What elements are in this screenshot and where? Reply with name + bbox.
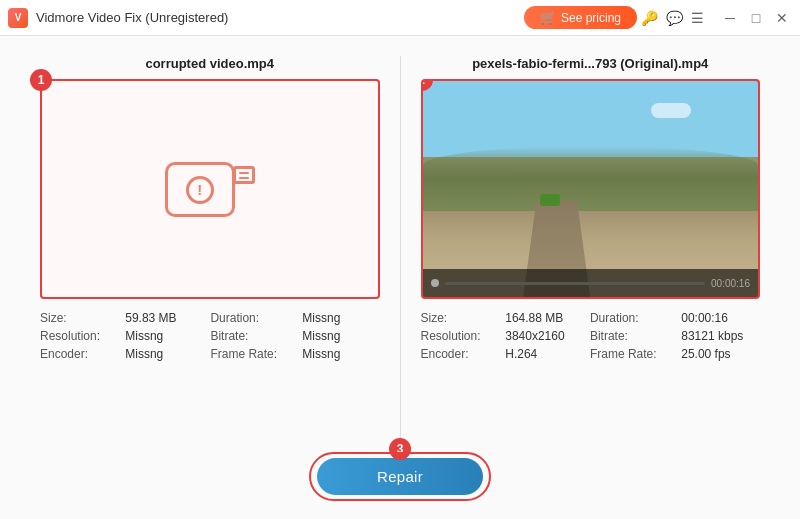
right-duration-label: Duration: — [590, 311, 673, 325]
camera-body: ! — [165, 162, 235, 217]
video-overlay: 00:00:16 — [423, 269, 759, 297]
chat-icon[interactable]: 💬 — [666, 10, 683, 26]
bottom-section: 3 Repair — [40, 442, 760, 503]
right-video-panel: pexels-fabio-fermi...793 (Original).mp4 … — [421, 56, 761, 442]
title-bar: V Vidmore Video Fix (Unregistered) 🛒 See… — [0, 0, 800, 36]
window-controls: ─ □ ✕ — [720, 8, 792, 28]
app-title: Vidmore Video Fix (Unregistered) — [36, 10, 228, 25]
left-resolution-label: Resolution: — [40, 329, 117, 343]
right-resolution-label: Resolution: — [421, 329, 498, 343]
right-panel-title: pexels-fabio-fermi...793 (Original).mp4 — [421, 56, 761, 71]
left-size-label: Size: — [40, 311, 117, 325]
panel-divider — [400, 56, 401, 442]
left-duration-value: Missng — [302, 311, 379, 325]
camera-lens: ! — [186, 176, 214, 204]
title-bar-left: V Vidmore Video Fix (Unregistered) — [8, 8, 228, 28]
right-size-label: Size: — [421, 311, 498, 325]
sample-video-box[interactable]: 2 00:00:16 — [421, 79, 761, 299]
pricing-label: See pricing — [561, 11, 621, 25]
camera-icon-wrap: ! — [165, 154, 255, 224]
repair-button-wrap: 3 Repair — [317, 458, 483, 495]
progress-bar — [445, 282, 706, 285]
left-info-grid: Size: 59.83 MB Duration: Missng Resoluti… — [40, 311, 380, 361]
corrupted-video-box[interactable]: 1 ! — [40, 79, 380, 299]
right-framerate-value: 25.00 fps — [681, 347, 760, 361]
left-resolution-value: Missng — [125, 329, 202, 343]
title-bar-right: 🛒 See pricing 🔑 💬 ☰ ─ □ ✕ — [524, 6, 792, 29]
left-encoder-value: Missng — [125, 347, 202, 361]
video-thumbnail: 00:00:16 — [423, 81, 759, 297]
badge-1: 1 — [30, 69, 52, 91]
landscape-background — [423, 81, 759, 297]
left-size-value: 59.83 MB — [125, 311, 202, 325]
cloud — [651, 103, 691, 118]
right-duration-value: 00:00:16 — [681, 311, 760, 325]
right-info-grid: Size: 164.88 MB Duration: 00:00:16 Resol… — [421, 311, 761, 361]
camera-viewfinder — [233, 166, 255, 184]
corrupted-video-icon: ! — [165, 154, 255, 224]
left-encoder-label: Encoder: — [40, 347, 117, 361]
right-bitrate-label: Bitrate: — [590, 329, 673, 343]
app-logo: V — [8, 8, 28, 28]
left-duration-label: Duration: — [210, 311, 294, 325]
play-dot — [431, 279, 439, 287]
cart-icon: 🛒 — [540, 10, 556, 25]
right-framerate-label: Frame Rate: — [590, 347, 673, 361]
right-size-value: 164.88 MB — [505, 311, 582, 325]
left-panel-title: corrupted video.mp4 — [40, 56, 380, 71]
left-framerate-value: Missng — [302, 347, 379, 361]
pricing-button[interactable]: 🛒 See pricing — [524, 6, 637, 29]
right-resolution-value: 3840x2160 — [505, 329, 582, 343]
exclamation-icon: ! — [197, 181, 202, 198]
toolbar-icons: 🔑 💬 ☰ — [641, 10, 704, 26]
badge-3: 3 — [389, 438, 411, 460]
left-bitrate-value: Missng — [302, 329, 379, 343]
right-encoder-value: H.264 — [505, 347, 582, 361]
video-panels: corrupted video.mp4 1 ! — [40, 56, 760, 442]
right-bitrate-value: 83121 kbps — [681, 329, 760, 343]
vehicle — [540, 194, 560, 206]
minimize-button[interactable]: ─ — [720, 8, 740, 28]
close-button[interactable]: ✕ — [772, 8, 792, 28]
key-icon[interactable]: 🔑 — [641, 10, 658, 26]
left-bitrate-label: Bitrate: — [210, 329, 294, 343]
main-content: corrupted video.mp4 1 ! — [0, 36, 800, 519]
landscape-hills — [423, 146, 759, 211]
overlay-time: 00:00:16 — [711, 278, 750, 289]
vf-dot-1 — [239, 172, 249, 174]
vf-dot-2 — [239, 177, 249, 179]
left-framerate-label: Frame Rate: — [210, 347, 294, 361]
repair-button[interactable]: Repair — [317, 458, 483, 495]
left-video-panel: corrupted video.mp4 1 ! — [40, 56, 380, 442]
menu-icon[interactable]: ☰ — [691, 10, 704, 26]
right-encoder-label: Encoder: — [421, 347, 498, 361]
maximize-button[interactable]: □ — [746, 8, 766, 28]
